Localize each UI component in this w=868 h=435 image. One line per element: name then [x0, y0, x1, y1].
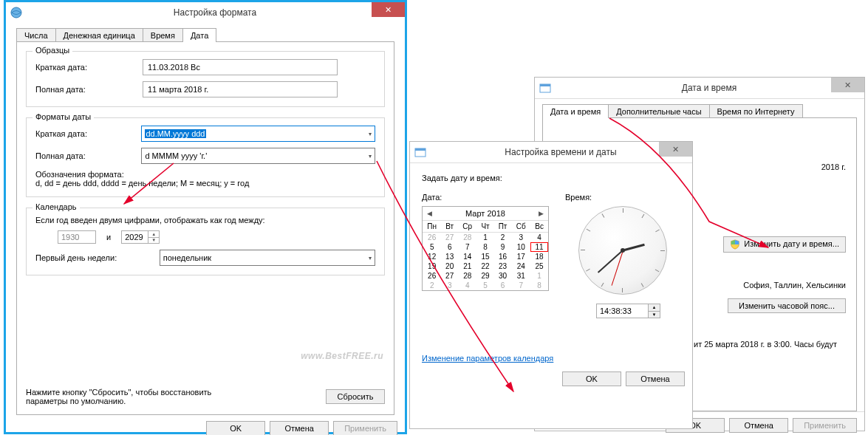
day[interactable]: 10: [511, 242, 530, 252]
dow: Вс: [530, 221, 548, 233]
day[interactable]: 18: [530, 252, 548, 261]
day[interactable]: 31: [511, 271, 530, 281]
down-icon[interactable]: ▼: [649, 312, 660, 318]
tab-date-time[interactable]: Дата и время: [542, 104, 609, 118]
cancel-button[interactable]: Отмена: [729, 418, 788, 433]
day[interactable]: 25: [530, 261, 548, 271]
short-format-value: dd.MM.yyyy ddd: [145, 129, 205, 138]
day[interactable]: 19: [423, 261, 441, 271]
clock-pin: [621, 248, 625, 253]
prev-month-icon[interactable]: ◀: [427, 210, 432, 217]
day[interactable]: 5: [476, 281, 493, 290]
time-spinner[interactable]: ▲▼: [648, 304, 660, 318]
day[interactable]: 20: [441, 261, 458, 271]
calendar-header: ◀ Март 2018 ▶: [423, 207, 548, 221]
day[interactable]: 1: [476, 233, 493, 243]
day[interactable]: 6: [441, 242, 458, 252]
short-format-combo[interactable]: dd.MM.yyyy ddd ▾: [141, 126, 375, 142]
day[interactable]: 17: [511, 252, 530, 261]
tab-internet-time[interactable]: Время по Интернету: [709, 104, 803, 118]
day[interactable]: 24: [511, 261, 530, 271]
day[interactable]: 28: [458, 271, 476, 281]
up-icon[interactable]: ▲: [649, 304, 660, 312]
first-day-combo[interactable]: понедельник ▾: [160, 250, 375, 266]
calendar-params-link[interactable]: Изменение параметров календаря: [422, 354, 553, 363]
cancel-button[interactable]: Отмена: [270, 421, 329, 435]
day[interactable]: 15: [476, 252, 493, 261]
year-to-field[interactable]: 2029 ▲▼: [121, 230, 160, 244]
up-icon[interactable]: ▲: [148, 231, 159, 238]
window-time-date-setup: Настройка времени и даты ✕ Задать дату и…: [409, 141, 693, 429]
time-column: Время: 14:38:33 ▲▼: [565, 193, 680, 318]
long-format-combo[interactable]: d MMMM yyyy 'г.' ▾: [141, 148, 375, 164]
tab-date[interactable]: Дата: [182, 28, 216, 42]
time-value: 14:38:33: [600, 306, 632, 315]
change-date-time-label: Изменить дату и время...: [744, 239, 839, 248]
day[interactable]: 4: [458, 281, 476, 290]
day[interactable]: 27: [441, 271, 458, 281]
tab-additional-clocks[interactable]: Дополнительные часы: [608, 104, 709, 118]
close-icon[interactable]: ✕: [831, 78, 864, 92]
day[interactable]: 21: [458, 261, 476, 271]
close-icon[interactable]: ✕: [372, 2, 405, 17]
day[interactable]: 26: [423, 271, 441, 281]
day[interactable]: 14: [458, 252, 476, 261]
apply-button[interactable]: Применить: [793, 418, 857, 433]
ok-button[interactable]: OK: [562, 371, 621, 386]
day[interactable]: 5: [423, 242, 441, 252]
day[interactable]: 4: [530, 233, 548, 243]
day[interactable]: 6: [494, 281, 512, 290]
day[interactable]: 29: [476, 271, 493, 281]
window-title: Настройка формата: [25, 7, 405, 18]
day-selected[interactable]: 11: [530, 242, 548, 252]
svg-rect-3: [415, 148, 426, 151]
day[interactable]: 3: [441, 281, 458, 290]
day[interactable]: 7: [511, 281, 530, 290]
day[interactable]: 13: [441, 252, 458, 261]
day[interactable]: 28: [458, 233, 476, 243]
day[interactable]: 27: [441, 233, 458, 243]
time-input[interactable]: 14:38:33 ▲▼: [596, 304, 649, 318]
dow: Пн: [423, 221, 441, 233]
day[interactable]: 30: [494, 271, 512, 281]
next-month-icon[interactable]: ▶: [539, 210, 544, 217]
notation-label: Обозначения формата:: [35, 170, 375, 179]
calendar[interactable]: ◀ Март 2018 ▶ ПнВтСрЧтПтСбВс 2627281234 …: [422, 206, 549, 291]
shield-icon: [730, 239, 740, 250]
tab-currency[interactable]: Денежная единица: [55, 28, 143, 42]
year-spinner[interactable]: ▲▼: [148, 231, 159, 243]
tab-time[interactable]: Время: [143, 28, 183, 42]
day[interactable]: 23: [494, 261, 512, 271]
day[interactable]: 22: [476, 261, 493, 271]
day[interactable]: 7: [458, 242, 476, 252]
titlebar-date-time: Дата и время ✕: [535, 78, 864, 99]
cancel-button[interactable]: Отмена: [626, 371, 685, 386]
year-from-field: 1930: [58, 230, 96, 244]
long-date-label: Полная дата:: [35, 85, 143, 94]
close-icon[interactable]: ✕: [659, 142, 692, 157]
time-label: Время:: [565, 193, 680, 202]
day[interactable]: 16: [494, 252, 512, 261]
day[interactable]: 2: [494, 233, 512, 243]
day[interactable]: 12: [423, 252, 441, 261]
ok-button[interactable]: OK: [206, 421, 265, 435]
reset-button[interactable]: Сбросить: [326, 389, 385, 404]
calendar-grid: ПнВтСрЧтПтСбВс 2627281234 567891011 1213…: [423, 221, 548, 290]
analog-clock: [578, 206, 667, 295]
day[interactable]: 9: [494, 242, 512, 252]
apply-button[interactable]: Применить: [333, 421, 397, 435]
button-row: OK Отмена Применить: [6, 415, 405, 435]
down-icon[interactable]: ▼: [148, 238, 159, 244]
day[interactable]: 1: [530, 271, 548, 281]
day[interactable]: 2: [423, 281, 441, 290]
day[interactable]: 26: [423, 233, 441, 243]
change-timezone-button[interactable]: Изменить часовой пояс...: [728, 298, 846, 313]
watermark: www.BestFREE.ru: [301, 351, 383, 361]
day[interactable]: 8: [530, 281, 548, 290]
day[interactable]: 8: [476, 242, 493, 252]
dow: Вт: [441, 221, 458, 233]
chevron-down-icon: ▾: [369, 131, 372, 137]
day[interactable]: 3: [511, 233, 530, 243]
change-date-time-button[interactable]: Изменить дату и время...: [723, 236, 846, 253]
tab-numbers[interactable]: Числа: [16, 28, 56, 42]
